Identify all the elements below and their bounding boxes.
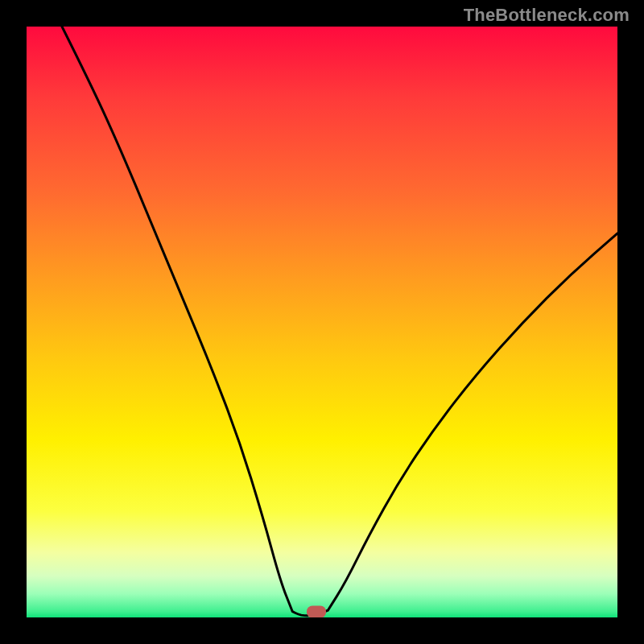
optimum-marker	[307, 605, 326, 617]
bottleneck-curve	[62, 27, 617, 616]
plot-area	[27, 27, 617, 617]
watermark-text: TheBottleneck.com	[464, 5, 630, 26]
chart-frame: TheBottleneck.com	[0, 0, 644, 644]
curve-layer	[27, 27, 617, 617]
